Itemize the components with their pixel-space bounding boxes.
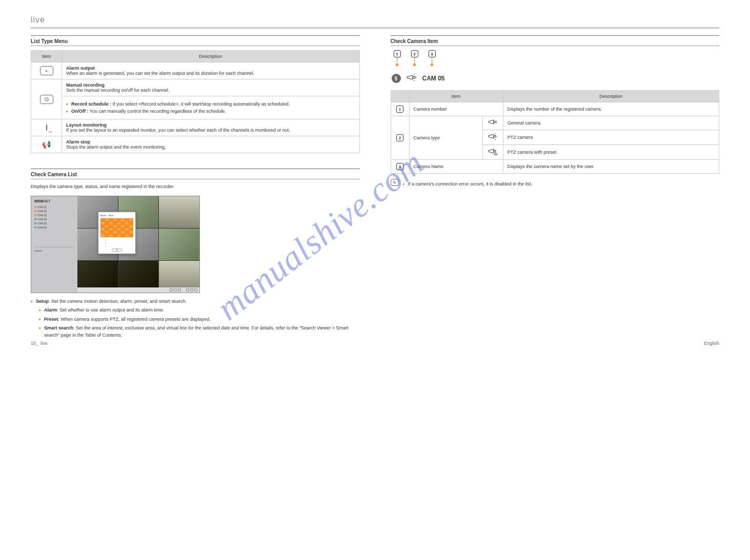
table-row: 📢 Alarm stop Stops the alarm output and … — [31, 136, 360, 153]
subtype-icon-cell — [482, 130, 503, 145]
row-desc: Stops the alarm output and the event mon… — [66, 144, 355, 150]
row-sub1: Record schedule : If you select <Record … — [66, 101, 355, 107]
row-desc: Sets the manual recording on/off for eac… — [66, 88, 355, 93]
monitor-icon — [46, 125, 47, 131]
chapter-title: live — [31, 15, 45, 25]
note-text: If a camera's connection error occurs, i… — [403, 179, 533, 190]
speaker-icon: 📢 — [42, 140, 51, 149]
table-row: 3 Camera Name Displays the camera name s… — [391, 160, 719, 174]
camera-item-heading: Check Camera Item — [391, 36, 720, 46]
bullet-alarm: Alarm: Set whether to use alarm output a… — [39, 307, 360, 314]
camera-plain-icon — [488, 119, 497, 126]
note-icon: ✎ — [391, 179, 399, 186]
desc-cell: Displays the camera name set by the user… — [503, 160, 719, 174]
button-icon — [40, 66, 53, 75]
table-row: Manual recording Sets the manual recordi… — [31, 79, 360, 96]
icon-cell — [31, 63, 62, 79]
desc-cell: Alarm output When an alarm is generated,… — [62, 63, 360, 79]
right-column: Check Camera Item 1 2 3 5 CAM 05 Item De… — [391, 30, 720, 343]
icon-cell — [31, 79, 62, 119]
thumb-sidebar: WISENET CAM 01 CAM 02 CAM 03 CAM 04 CAM … — [31, 196, 77, 293]
col-description: Description — [62, 51, 360, 63]
item-cell: Camera number — [409, 102, 503, 116]
icon-cell: 📢 — [31, 136, 62, 153]
item-cell: Camera type — [409, 116, 482, 160]
row-sub2: On/Off : You can manually control the re… — [66, 109, 355, 114]
list-type-menu-heading: List Type Menu — [31, 36, 360, 46]
page-footer: 10_ live English — [31, 341, 719, 346]
camera-number-badge: 5 — [392, 74, 401, 83]
note-row: ✎ If a camera's connection error occurs,… — [391, 179, 720, 190]
camera-item-table: Item Description 1 Camera number Display… — [391, 90, 720, 174]
desc-cell: Record schedule : If you select <Record … — [62, 96, 360, 119]
table-row: 2 Camera type General camera — [391, 116, 719, 130]
col-num — [391, 91, 409, 102]
screenshot-thumb: WISENET CAM 01 CAM 02 CAM 03 CAM 04 CAM … — [31, 196, 200, 293]
desc-cell: Layout monitoring If you set the layout … — [62, 119, 360, 136]
num-cell: 1 — [391, 102, 409, 116]
camera-list-heading: Check Camera List — [31, 169, 360, 179]
camera-list-intro: Displays the camera type, status, and na… — [31, 183, 360, 191]
col-item: Item — [31, 51, 62, 63]
camera-ptz-preset-icon — [488, 148, 497, 155]
row-desc: If you set the layout to an expanded mon… — [66, 128, 355, 133]
thumb-logo: WISENET — [34, 199, 74, 203]
col-description: Description — [503, 91, 719, 102]
row-title: Manual recording — [66, 82, 355, 88]
list-type-menu-table: Item Description Alarm output When an al… — [31, 50, 360, 153]
subtype-icon-cell — [482, 145, 503, 160]
camera-label: CAM 05 — [422, 75, 445, 82]
table-header-row: Item Description — [31, 51, 360, 63]
num-cell: 2 — [391, 116, 409, 160]
row-title: Layout monitoring — [66, 122, 355, 128]
num-cell: 3 — [391, 160, 409, 174]
desc-cell: Manual recording Sets the manual recordi… — [62, 79, 360, 96]
camera-item-diagram: 1 2 3 — [391, 50, 720, 65]
desc-cell: PTZ camera — [503, 130, 719, 145]
row-desc: When an alarm is generated, you can set … — [66, 71, 355, 76]
col-item: Item — [409, 91, 503, 102]
bullet-setup: Setup: Set the camera motion detection, … — [31, 298, 360, 305]
subtype-icon-cell — [482, 116, 503, 130]
desc-cell: General camera — [503, 116, 719, 130]
table-row: 1 Camera number Displays the number of t… — [391, 102, 719, 116]
desc-cell: PTZ camera with preset — [503, 145, 719, 160]
left-column: List Type Menu Item Description Alarm ou… — [31, 30, 360, 343]
table-row: Alarm output When an alarm is generated,… — [31, 63, 360, 79]
camera-ptz-icon — [488, 133, 497, 140]
desc-cell: Alarm stop Stops the alarm output and th… — [62, 136, 360, 153]
table-header-row: Item Description — [391, 91, 719, 102]
row-title: Alarm stop — [66, 139, 355, 144]
record-target-icon — [40, 95, 53, 104]
footer-right: English — [704, 341, 719, 346]
page-header: live — [31, 15, 719, 28]
page-num: 10_ — [31, 341, 38, 346]
callout-1: 1 — [394, 50, 401, 57]
bullet-preset: Preset: When camera supports PTZ, all re… — [39, 316, 360, 323]
thumb-popup: MotionAlarm · ○· ○· ○ OK — [98, 212, 136, 255]
camera-ptz-icon — [406, 74, 417, 83]
callout-2: 2 — [411, 50, 418, 57]
desc-cell: Displays the number of the registered ca… — [503, 102, 719, 116]
table-row: Record schedule : If you select <Record … — [31, 96, 360, 119]
icon-cell — [31, 119, 62, 136]
callout-3: 3 — [429, 50, 436, 57]
item-cell: Camera Name — [409, 160, 503, 174]
bullets: Setup: Set the camera motion detection, … — [31, 298, 360, 339]
row-title: Alarm output — [66, 66, 355, 71]
bullet-smart-search: Smart search: Set the area of interest, … — [39, 325, 360, 339]
columns: List Type Menu Item Description Alarm ou… — [31, 30, 719, 343]
page-label: live — [40, 341, 48, 346]
table-row: Layout monitoring If you set the layout … — [31, 119, 360, 136]
camera-item-row: 5 CAM 05 — [391, 74, 720, 83]
